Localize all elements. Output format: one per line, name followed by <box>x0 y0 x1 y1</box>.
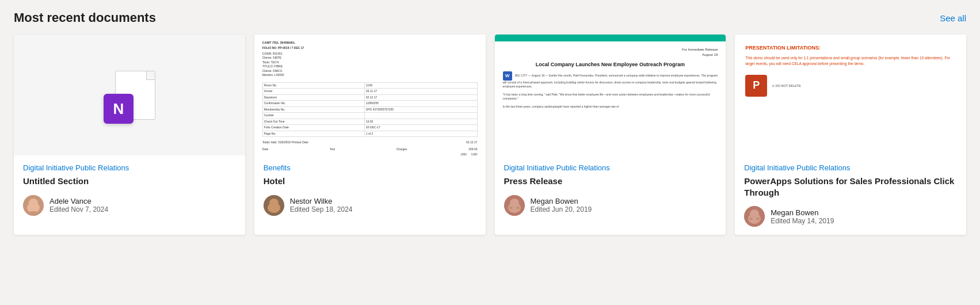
ppt-icon-row: P ⚠ DO NOT DELETE <box>745 75 956 97</box>
ppt-warning-body: This demo should be used only for 1:1 pr… <box>745 55 956 67</box>
author-name-4: Megan Bowen <box>771 208 834 217</box>
svg-point-7 <box>268 203 280 213</box>
card-meta-3: Megan Bowen Edited Jun 20, 2019 <box>504 195 717 216</box>
avatar-2 <box>264 195 284 216</box>
ppt-warning-title: PRESENTATION LIMITATIONS: <box>745 45 956 51</box>
card-info-2: Benefits Hotel Nestor Wilke Edited Sep 1 <box>254 155 486 235</box>
section-header: Most recent documents See all <box>14 10 966 25</box>
section-title: Most recent documents <box>14 10 156 25</box>
card-meta-1: Adele Vance Edited Nov 7, 2024 <box>23 195 236 216</box>
ppt-preview: PRESENTATION LIMITATIONS: This demo shou… <box>735 35 966 155</box>
meta-text-4: Megan Bowen Edited May 14, 2019 <box>771 208 834 225</box>
card-filename-1: Untitled Section <box>23 176 236 187</box>
press-content: For Immediate ReleaseAugust 19 Local Com… <box>495 41 726 115</box>
edit-date-4: Edited May 14, 2019 <box>771 217 834 225</box>
meta-text-3: Megan Bowen Edited Jun 20, 2019 <box>531 197 592 214</box>
svg-point-13 <box>516 206 520 209</box>
card-preview-3: For Immediate ReleaseAugust 19 Local Com… <box>495 35 726 155</box>
invoice-preview: CAMT ITEL 39456HKL FOLIO NO: PP-0015 / 7… <box>254 35 486 155</box>
press-preview: For Immediate ReleaseAugust 19 Local Com… <box>495 35 726 155</box>
press-teal-bar <box>495 35 726 41</box>
svg-point-2 <box>29 199 38 208</box>
ppt-do-not-delete-label: ⚠ DO NOT DELETE <box>772 84 801 87</box>
edit-date-3: Edited Jun 20, 2019 <box>531 205 592 214</box>
meta-text-1: Adele Vance Edited Nov 7, 2024 <box>49 197 108 214</box>
page-container: Most recent documents See all N Digital … <box>0 0 980 249</box>
ppt-badge: P <box>745 75 767 97</box>
card-workspace-4[interactable]: Digital Initiative Public Relations <box>744 163 957 172</box>
avatar-3 <box>504 195 525 216</box>
card-filename-4: PowerApps Solutions for Sales Profession… <box>744 176 957 198</box>
card-meta-4: Megan Bowen Edited May 14, 2019 <box>744 206 957 227</box>
card-preview-2: CAMT ITEL 39456HKL FOLIO NO: PP-0015 / 7… <box>254 35 486 155</box>
onenote-badge: N <box>104 94 134 124</box>
author-name-1: Adele Vance <box>49 197 108 205</box>
card-preview-1: N <box>14 35 245 155</box>
document-card-3[interactable]: For Immediate ReleaseAugust 19 Local Com… <box>495 35 726 235</box>
see-all-link[interactable]: See all <box>940 13 966 23</box>
svg-point-18 <box>749 218 753 220</box>
card-preview-4: PRESENTATION LIMITATIONS: This demo shou… <box>735 35 966 155</box>
author-name-3: Megan Bowen <box>531 197 592 205</box>
avatar-1 <box>23 195 44 216</box>
author-name-2: Nestor Wilke <box>290 197 353 205</box>
edit-date-2: Edited Sep 18, 2024 <box>290 205 353 214</box>
cards-row: N Digital Initiative Public Relations Un… <box>14 35 966 235</box>
document-card-1[interactable]: N Digital Initiative Public Relations Un… <box>14 35 245 235</box>
svg-point-19 <box>756 218 760 220</box>
card-info-4: Digital Initiative Public Relations Powe… <box>735 155 966 235</box>
card-workspace-2[interactable]: Benefits <box>264 163 476 172</box>
onenote-icon: N <box>104 66 155 124</box>
card-filename-2: Hotel <box>264 176 476 187</box>
svg-point-12 <box>509 206 513 209</box>
edit-date-1: Edited Nov 7, 2024 <box>49 205 108 214</box>
avatar-4 <box>744 206 765 227</box>
card-filename-3: Press Release <box>504 176 717 187</box>
card-info-1: Digital Initiative Public Relations Unti… <box>14 155 245 235</box>
card-workspace-3[interactable]: Digital Initiative Public Relations <box>504 163 717 172</box>
meta-text-2: Nestor Wilke Edited Sep 18, 2024 <box>290 197 353 214</box>
card-workspace-1[interactable]: Digital Initiative Public Relations <box>23 163 236 172</box>
document-card-2[interactable]: CAMT ITEL 39456HKL FOLIO NO: PP-0015 / 7… <box>254 35 486 235</box>
document-card-4[interactable]: PRESENTATION LIMITATIONS: This demo shou… <box>735 35 966 235</box>
card-info-3: Digital Initiative Public Relations Pres… <box>495 155 726 235</box>
card-meta-2: Nestor Wilke Edited Sep 18, 2024 <box>264 195 476 216</box>
